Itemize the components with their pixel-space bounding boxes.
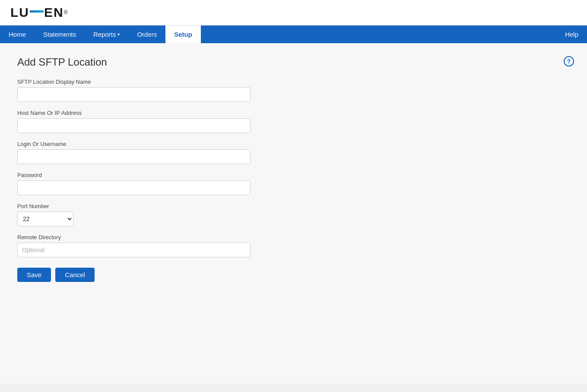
nav-statements[interactable]: Statements xyxy=(35,25,85,43)
display-name-input[interactable] xyxy=(17,87,251,102)
port-number-label: Port Number xyxy=(17,203,259,209)
login-username-label: Login Or Username xyxy=(17,141,259,147)
reports-dropdown-arrow: ▾ xyxy=(117,32,120,37)
logo-dash xyxy=(30,10,44,13)
password-input[interactable] xyxy=(17,180,251,195)
trademark: ® xyxy=(64,9,68,16)
navbar: Home Statements Reports ▾ Orders Setup H… xyxy=(0,25,587,43)
navbar-right: Help xyxy=(556,25,587,43)
cancel-button[interactable]: Cancel xyxy=(55,268,95,282)
port-number-group: Port Number 22 21 990 2222 xyxy=(17,203,259,226)
host-name-label: Host Name Or IP Address xyxy=(17,110,259,116)
help-circle-icon[interactable]: ? xyxy=(564,56,574,66)
login-username-input[interactable] xyxy=(17,149,251,164)
logo-text-part2: EN xyxy=(44,5,64,20)
page-title: Add SFTP Location xyxy=(17,56,570,68)
logo-text-part1: LU xyxy=(10,5,29,20)
form-button-row: Save Cancel xyxy=(17,268,259,282)
display-name-group: SFTP Location Display Name xyxy=(17,79,259,102)
nav-setup[interactable]: Setup xyxy=(165,25,201,43)
password-group: Password xyxy=(17,172,259,195)
host-name-input[interactable] xyxy=(17,118,251,133)
save-button[interactable]: Save xyxy=(17,268,51,282)
nav-reports[interactable]: Reports ▾ xyxy=(85,25,129,43)
navbar-left: Home Statements Reports ▾ Orders Setup xyxy=(0,25,556,43)
display-name-label: SFTP Location Display Name xyxy=(17,79,259,85)
nav-help[interactable]: Help xyxy=(556,25,587,43)
sftp-form: SFTP Location Display Name Host Name Or … xyxy=(17,79,259,282)
remote-directory-input[interactable] xyxy=(17,243,251,257)
remote-directory-group: Remote Directory xyxy=(17,234,259,257)
password-label: Password xyxy=(17,172,259,178)
nav-orders[interactable]: Orders xyxy=(128,25,165,43)
host-name-group: Host Name Or IP Address xyxy=(17,110,259,133)
logo: LU EN ® xyxy=(10,5,577,20)
login-username-group: Login Or Username xyxy=(17,141,259,164)
remote-directory-label: Remote Directory xyxy=(17,234,259,240)
header: LU EN ® xyxy=(0,0,587,25)
main-content: ? Add SFTP Location SFTP Location Displa… xyxy=(0,43,587,383)
port-number-select[interactable]: 22 21 990 2222 xyxy=(17,212,73,226)
nav-home[interactable]: Home xyxy=(0,25,35,43)
